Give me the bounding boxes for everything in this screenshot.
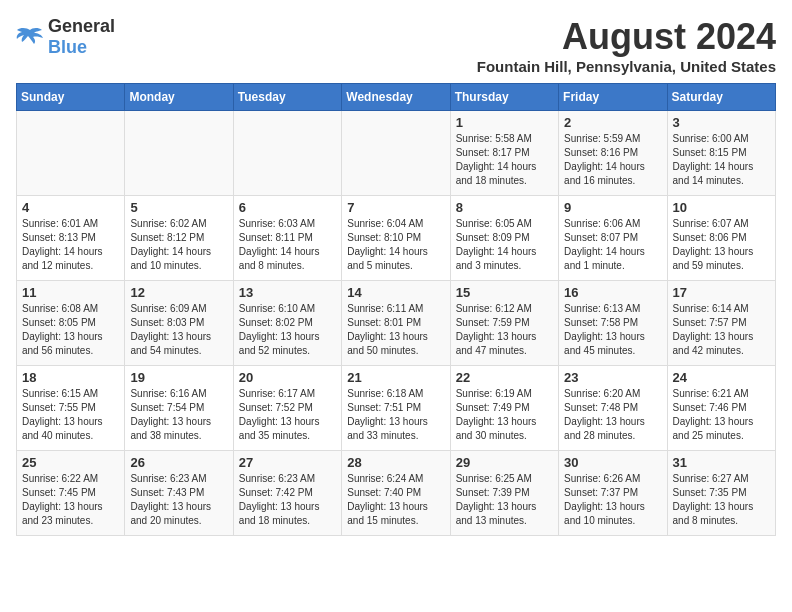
calendar-cell: 23Sunrise: 6:20 AM Sunset: 7:48 PM Dayli… [559,366,667,451]
day-number: 8 [456,200,553,215]
calendar-cell: 17Sunrise: 6:14 AM Sunset: 7:57 PM Dayli… [667,281,775,366]
calendar-week-row: 4Sunrise: 6:01 AM Sunset: 8:13 PM Daylig… [17,196,776,281]
logo-icon [16,26,44,48]
calendar-cell: 7Sunrise: 6:04 AM Sunset: 8:10 PM Daylig… [342,196,450,281]
day-number: 13 [239,285,336,300]
day-info: Sunrise: 6:02 AM Sunset: 8:12 PM Dayligh… [130,217,227,273]
calendar-cell: 13Sunrise: 6:10 AM Sunset: 8:02 PM Dayli… [233,281,341,366]
calendar-header-friday: Friday [559,84,667,111]
day-info: Sunrise: 6:17 AM Sunset: 7:52 PM Dayligh… [239,387,336,443]
day-number: 21 [347,370,444,385]
calendar-cell: 26Sunrise: 6:23 AM Sunset: 7:43 PM Dayli… [125,451,233,536]
day-info: Sunrise: 6:19 AM Sunset: 7:49 PM Dayligh… [456,387,553,443]
day-number: 27 [239,455,336,470]
day-number: 30 [564,455,661,470]
calendar-cell: 6Sunrise: 6:03 AM Sunset: 8:11 PM Daylig… [233,196,341,281]
day-info: Sunrise: 6:27 AM Sunset: 7:35 PM Dayligh… [673,472,770,528]
day-info: Sunrise: 6:03 AM Sunset: 8:11 PM Dayligh… [239,217,336,273]
calendar-cell: 28Sunrise: 6:24 AM Sunset: 7:40 PM Dayli… [342,451,450,536]
calendar-header-sunday: Sunday [17,84,125,111]
calendar-cell [342,111,450,196]
calendar-header-tuesday: Tuesday [233,84,341,111]
calendar-header-monday: Monday [125,84,233,111]
calendar-cell: 1Sunrise: 5:58 AM Sunset: 8:17 PM Daylig… [450,111,558,196]
day-number: 28 [347,455,444,470]
calendar-header-thursday: Thursday [450,84,558,111]
calendar-week-row: 25Sunrise: 6:22 AM Sunset: 7:45 PM Dayli… [17,451,776,536]
day-number: 17 [673,285,770,300]
day-number: 24 [673,370,770,385]
calendar-week-row: 11Sunrise: 6:08 AM Sunset: 8:05 PM Dayli… [17,281,776,366]
day-number: 26 [130,455,227,470]
day-info: Sunrise: 6:23 AM Sunset: 7:42 PM Dayligh… [239,472,336,528]
logo-blue: Blue [48,37,87,57]
calendar-header-saturday: Saturday [667,84,775,111]
day-number: 29 [456,455,553,470]
calendar-cell: 3Sunrise: 6:00 AM Sunset: 8:15 PM Daylig… [667,111,775,196]
day-number: 6 [239,200,336,215]
day-info: Sunrise: 6:05 AM Sunset: 8:09 PM Dayligh… [456,217,553,273]
calendar-cell: 2Sunrise: 5:59 AM Sunset: 8:16 PM Daylig… [559,111,667,196]
day-info: Sunrise: 6:18 AM Sunset: 7:51 PM Dayligh… [347,387,444,443]
day-info: Sunrise: 6:04 AM Sunset: 8:10 PM Dayligh… [347,217,444,273]
day-number: 18 [22,370,119,385]
day-number: 5 [130,200,227,215]
day-info: Sunrise: 6:12 AM Sunset: 7:59 PM Dayligh… [456,302,553,358]
day-number: 10 [673,200,770,215]
day-info: Sunrise: 6:00 AM Sunset: 8:15 PM Dayligh… [673,132,770,188]
day-number: 9 [564,200,661,215]
day-info: Sunrise: 6:10 AM Sunset: 8:02 PM Dayligh… [239,302,336,358]
calendar-cell [17,111,125,196]
location: Fountain Hill, Pennsylvania, United Stat… [477,58,776,75]
day-number: 1 [456,115,553,130]
logo: General Blue [16,16,115,58]
calendar-cell: 29Sunrise: 6:25 AM Sunset: 7:39 PM Dayli… [450,451,558,536]
day-number: 22 [456,370,553,385]
day-number: 19 [130,370,227,385]
day-number: 4 [22,200,119,215]
calendar-cell: 5Sunrise: 6:02 AM Sunset: 8:12 PM Daylig… [125,196,233,281]
calendar-cell: 18Sunrise: 6:15 AM Sunset: 7:55 PM Dayli… [17,366,125,451]
day-info: Sunrise: 6:24 AM Sunset: 7:40 PM Dayligh… [347,472,444,528]
day-info: Sunrise: 6:11 AM Sunset: 8:01 PM Dayligh… [347,302,444,358]
calendar-cell: 31Sunrise: 6:27 AM Sunset: 7:35 PM Dayli… [667,451,775,536]
calendar-cell: 30Sunrise: 6:26 AM Sunset: 7:37 PM Dayli… [559,451,667,536]
day-info: Sunrise: 5:58 AM Sunset: 8:17 PM Dayligh… [456,132,553,188]
day-number: 11 [22,285,119,300]
calendar-cell: 15Sunrise: 6:12 AM Sunset: 7:59 PM Dayli… [450,281,558,366]
month-year: August 2024 [477,16,776,58]
day-info: Sunrise: 6:13 AM Sunset: 7:58 PM Dayligh… [564,302,661,358]
day-info: Sunrise: 6:14 AM Sunset: 7:57 PM Dayligh… [673,302,770,358]
calendar-week-row: 18Sunrise: 6:15 AM Sunset: 7:55 PM Dayli… [17,366,776,451]
day-number: 25 [22,455,119,470]
calendar-cell: 20Sunrise: 6:17 AM Sunset: 7:52 PM Dayli… [233,366,341,451]
day-info: Sunrise: 6:15 AM Sunset: 7:55 PM Dayligh… [22,387,119,443]
logo-general: General [48,16,115,36]
day-number: 23 [564,370,661,385]
day-info: Sunrise: 6:09 AM Sunset: 8:03 PM Dayligh… [130,302,227,358]
calendar-cell: 9Sunrise: 6:06 AM Sunset: 8:07 PM Daylig… [559,196,667,281]
day-info: Sunrise: 6:23 AM Sunset: 7:43 PM Dayligh… [130,472,227,528]
day-info: Sunrise: 6:16 AM Sunset: 7:54 PM Dayligh… [130,387,227,443]
day-info: Sunrise: 6:20 AM Sunset: 7:48 PM Dayligh… [564,387,661,443]
calendar-cell: 24Sunrise: 6:21 AM Sunset: 7:46 PM Dayli… [667,366,775,451]
day-number: 15 [456,285,553,300]
title-area: August 2024 Fountain Hill, Pennsylvania,… [477,16,776,75]
header: General Blue August 2024 Fountain Hill, … [16,16,776,75]
day-info: Sunrise: 5:59 AM Sunset: 8:16 PM Dayligh… [564,132,661,188]
calendar-cell: 27Sunrise: 6:23 AM Sunset: 7:42 PM Dayli… [233,451,341,536]
calendar-cell: 12Sunrise: 6:09 AM Sunset: 8:03 PM Dayli… [125,281,233,366]
calendar-cell [125,111,233,196]
calendar-week-row: 1Sunrise: 5:58 AM Sunset: 8:17 PM Daylig… [17,111,776,196]
day-info: Sunrise: 6:26 AM Sunset: 7:37 PM Dayligh… [564,472,661,528]
calendar-cell: 8Sunrise: 6:05 AM Sunset: 8:09 PM Daylig… [450,196,558,281]
calendar-cell: 4Sunrise: 6:01 AM Sunset: 8:13 PM Daylig… [17,196,125,281]
calendar-cell: 10Sunrise: 6:07 AM Sunset: 8:06 PM Dayli… [667,196,775,281]
day-info: Sunrise: 6:21 AM Sunset: 7:46 PM Dayligh… [673,387,770,443]
day-number: 16 [564,285,661,300]
calendar-cell: 21Sunrise: 6:18 AM Sunset: 7:51 PM Dayli… [342,366,450,451]
day-number: 31 [673,455,770,470]
calendar-cell: 14Sunrise: 6:11 AM Sunset: 8:01 PM Dayli… [342,281,450,366]
day-info: Sunrise: 6:08 AM Sunset: 8:05 PM Dayligh… [22,302,119,358]
calendar-cell [233,111,341,196]
